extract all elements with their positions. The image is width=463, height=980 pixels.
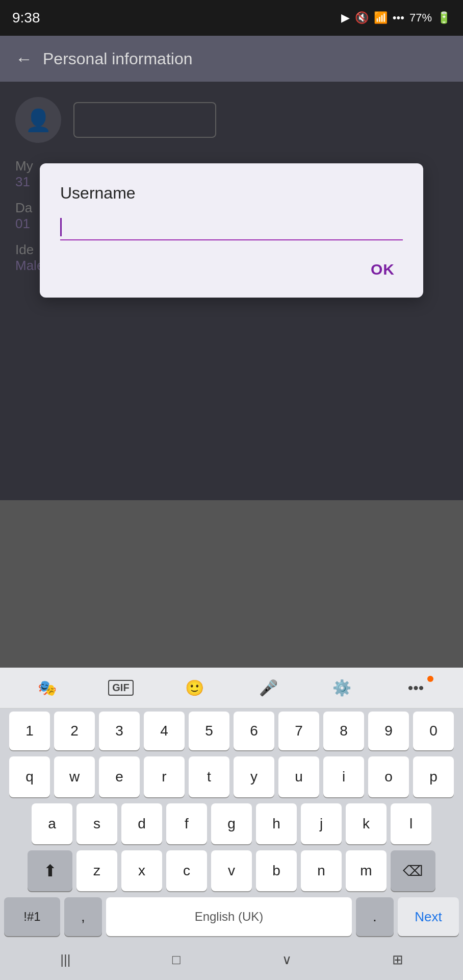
keyboard: 🎭 GIF 🙂 🎤 ⚙️ ••• 1 2 3 4 5 6 7 8 9 0 q <box>0 668 463 980</box>
signal-icon: ••• <box>393 11 404 24</box>
key-j[interactable]: j <box>301 803 342 844</box>
recent-nav-icon: ∨ <box>282 952 292 968</box>
recent-nav-button[interactable]: ∨ <box>262 944 313 975</box>
key-y[interactable]: y <box>234 756 274 797</box>
backspace-key[interactable]: ⌫ <box>391 850 435 891</box>
key-r[interactable]: r <box>144 756 185 797</box>
key-s[interactable]: s <box>76 803 117 844</box>
key-u[interactable]: u <box>278 756 319 797</box>
key-h[interactable]: h <box>256 803 297 844</box>
key-0[interactable]: 0 <box>413 712 454 750</box>
dialog-buttons: OK <box>60 257 403 282</box>
key-q[interactable]: q <box>9 756 50 797</box>
status-icons: ▶ 🔇 📶 ••• 77% 🔋 <box>341 11 451 24</box>
key-t[interactable]: t <box>189 756 229 797</box>
sticker-button[interactable]: 🎭 <box>27 673 67 703</box>
bg-content: 👤 My 31 Da 01 Ide Male Username OK <box>0 82 463 500</box>
key-e[interactable]: e <box>99 756 140 797</box>
key-d[interactable]: d <box>121 803 162 844</box>
key-o[interactable]: o <box>368 756 409 797</box>
row-zxcv: ⬆ z x c v b n m ⌫ <box>0 847 463 894</box>
keyboard-nav-icon: ⊞ <box>392 952 403 968</box>
key-c[interactable]: c <box>166 850 207 891</box>
key-m[interactable]: m <box>346 850 387 891</box>
key-9[interactable]: 9 <box>368 712 409 750</box>
nav-bar: ||| □ ∨ ⊞ <box>0 939 463 980</box>
ok-button[interactable]: OK <box>363 257 403 282</box>
emoji-button[interactable]: 🙂 <box>174 673 215 703</box>
key-n[interactable]: n <box>301 850 342 891</box>
key-2[interactable]: 2 <box>54 712 95 750</box>
key-a[interactable]: a <box>32 803 72 844</box>
symbols-key[interactable]: !#1 <box>4 897 60 936</box>
key-7[interactable]: 7 <box>278 712 319 750</box>
key-6[interactable]: 6 <box>234 712 274 750</box>
status-time: 9:38 <box>12 10 40 26</box>
dialog-input-area[interactable] <box>60 218 403 236</box>
key-x[interactable]: x <box>121 850 162 891</box>
wifi-icon: 📶 <box>374 11 388 24</box>
back-button[interactable]: ← <box>15 49 33 69</box>
bluetooth-icon: ▶ <box>341 11 350 24</box>
key-z[interactable]: z <box>76 850 117 891</box>
next-key[interactable]: Next <box>398 897 459 936</box>
sticker-icon: 🎭 <box>38 679 57 697</box>
gif-button[interactable]: GIF <box>100 673 141 703</box>
battery-icon: 🔋 <box>437 11 451 24</box>
mute-icon: 🔇 <box>355 11 369 24</box>
backspace-icon: ⌫ <box>403 863 423 879</box>
status-bar: 9:38 ▶ 🔇 📶 ••• 77% 🔋 <box>0 0 463 36</box>
input-underline <box>60 239 403 240</box>
battery-text: 77% <box>409 11 432 24</box>
key-5[interactable]: 5 <box>189 712 229 750</box>
comma-key[interactable]: , <box>64 897 102 936</box>
emoji-icon: 🙂 <box>185 679 204 697</box>
bottom-row: !#1 , English (UK) . Next <box>0 894 463 939</box>
key-w[interactable]: w <box>54 756 95 797</box>
key-g[interactable]: g <box>211 803 252 844</box>
key-p[interactable]: p <box>413 756 454 797</box>
key-f[interactable]: f <box>166 803 207 844</box>
key-b[interactable]: b <box>256 850 297 891</box>
key-i[interactable]: i <box>323 756 364 797</box>
keyboard-toolbar: 🎭 GIF 🙂 🎤 ⚙️ ••• <box>0 668 463 708</box>
key-3[interactable]: 3 <box>99 712 140 750</box>
back-nav-button[interactable]: ||| <box>40 944 91 975</box>
row-asdf: a s d f g h j k l <box>0 800 463 847</box>
period-key[interactable]: . <box>356 897 394 936</box>
key-v[interactable]: v <box>211 850 252 891</box>
key-k[interactable]: k <box>346 803 387 844</box>
notification-dot <box>427 676 433 682</box>
microphone-button[interactable]: 🎤 <box>248 673 289 703</box>
shift-key[interactable]: ⬆ <box>28 850 72 891</box>
username-dialog: Username OK <box>40 163 423 298</box>
more-icon: ••• <box>408 679 424 697</box>
dialog-title: Username <box>60 184 403 203</box>
key-l[interactable]: l <box>391 803 431 844</box>
number-row: 1 2 3 4 5 6 7 8 9 0 <box>0 708 463 753</box>
text-cursor <box>60 218 62 236</box>
more-button[interactable]: ••• <box>396 673 436 703</box>
settings-button[interactable]: ⚙️ <box>322 673 363 703</box>
shift-icon: ⬆ <box>43 861 57 880</box>
back-nav-icon: ||| <box>60 952 70 968</box>
row-qwerty: q w e r t y u i o p <box>0 753 463 800</box>
gear-icon: ⚙️ <box>332 679 351 697</box>
key-1[interactable]: 1 <box>9 712 50 750</box>
app-header: ← Personal information <box>0 36 463 82</box>
home-nav-button[interactable]: □ <box>151 944 202 975</box>
key-4[interactable]: 4 <box>144 712 185 750</box>
home-nav-icon: □ <box>172 952 181 968</box>
page-title: Personal information <box>43 50 192 68</box>
key-8[interactable]: 8 <box>323 712 364 750</box>
gif-icon: GIF <box>108 680 133 696</box>
microphone-icon: 🎤 <box>259 679 278 697</box>
keyboard-nav-button[interactable]: ⊞ <box>372 944 423 975</box>
space-key[interactable]: English (UK) <box>106 897 352 936</box>
